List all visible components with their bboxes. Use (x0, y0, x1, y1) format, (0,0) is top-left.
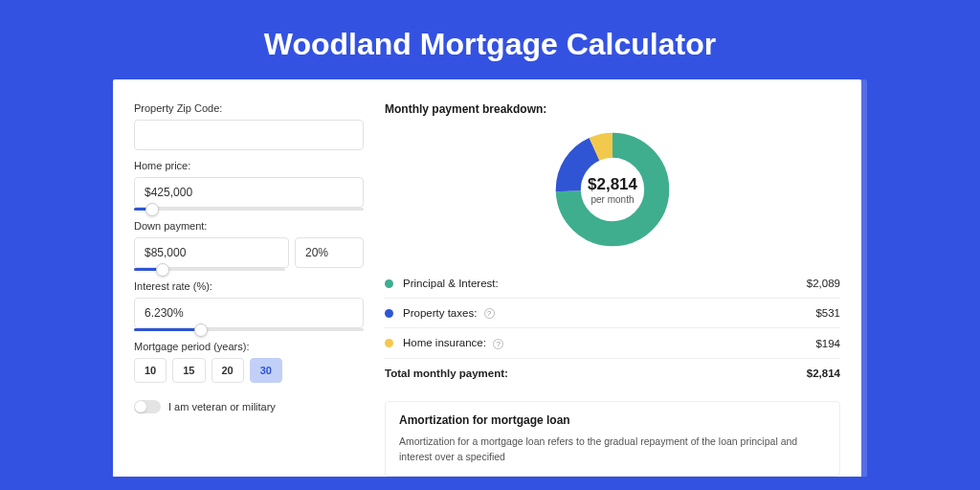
zip-field-group: Property Zip Code: (134, 102, 364, 150)
breakdown-total-label: Total monthly payment: (385, 368, 807, 379)
donut-sub: per month (588, 194, 637, 205)
down-payment-slider-thumb[interactable] (156, 263, 169, 277)
breakdown-row: Property taxes: ?$531 (385, 299, 840, 328)
breakdown-list: Principal & Interest:$2,089Property taxe… (385, 269, 840, 388)
veteran-toggle[interactable] (134, 400, 161, 413)
breakdown-column: Monthly payment breakdown: $2,814 per mo… (385, 102, 840, 477)
home-price-group: Home price: (134, 160, 364, 211)
help-icon[interactable]: ? (484, 308, 495, 319)
down-payment-group: Down payment: (134, 220, 364, 271)
interest-rate-slider-thumb[interactable] (194, 323, 208, 337)
interest-rate-input[interactable] (134, 298, 364, 328)
period-option-10[interactable]: 10 (134, 358, 167, 383)
breakdown-label: Property taxes: ? (403, 307, 815, 319)
down-payment-amount-input[interactable] (134, 237, 289, 268)
amortization-card: Amortization for mortgage loan Amortizat… (385, 401, 840, 478)
donut-amount: $2,814 (588, 175, 637, 194)
period-group: Mortgage period (years): 10152030 (134, 341, 364, 383)
donut-wrap: $2,814 per month (385, 125, 840, 261)
interest-rate-label: Interest rate (%): (134, 280, 364, 292)
period-option-20[interactable]: 20 (212, 358, 244, 383)
legend-dot (385, 279, 393, 288)
zip-input[interactable] (134, 120, 364, 150)
payment-donut-chart: $2,814 per month (554, 131, 671, 248)
down-payment-label: Down payment: (134, 220, 364, 232)
legend-dot (385, 339, 393, 347)
down-payment-slider[interactable] (134, 268, 285, 271)
help-icon[interactable]: ? (493, 339, 503, 349)
home-price-input[interactable] (134, 177, 364, 208)
period-label: Mortgage period (years): (134, 341, 364, 352)
donut-center: $2,814 per month (588, 175, 637, 205)
breakdown-row: Principal & Interest:$2,089 (385, 269, 840, 299)
calculator-card: Property Zip Code: Home price: Down paym… (113, 79, 861, 477)
down-payment-percent-input[interactable] (295, 237, 364, 268)
home-price-slider-thumb[interactable] (145, 203, 159, 216)
veteran-row: I am veteran or military (134, 400, 364, 413)
legend-dot (385, 309, 393, 318)
interest-rate-group: Interest rate (%): (134, 280, 364, 331)
period-option-30[interactable]: 30 (250, 358, 282, 383)
breakdown-value: $2,089 (807, 278, 840, 289)
breakdown-total-value: $2,814 (807, 368, 840, 379)
amortization-title: Amortization for mortgage loan (399, 413, 826, 427)
breakdown-total-row: Total monthly payment:$2,814 (385, 359, 840, 388)
interest-rate-slider[interactable] (134, 328, 364, 331)
home-price-label: Home price: (134, 160, 364, 171)
calculator-outer: Property Zip Code: Home price: Down paym… (113, 79, 867, 477)
breakdown-title: Monthly payment breakdown: (385, 102, 840, 116)
page-title: Woodland Mortgage Calculator (0, 0, 980, 79)
breakdown-label: Principal & Interest: (403, 278, 807, 289)
home-price-slider[interactable] (134, 208, 364, 211)
interest-rate-slider-fill (134, 328, 201, 331)
veteran-toggle-knob (135, 401, 146, 412)
period-options: 10152030 (134, 358, 364, 383)
amortization-body: Amortization for a mortgage loan refers … (399, 434, 826, 465)
input-column: Property Zip Code: Home price: Down paym… (134, 102, 364, 477)
breakdown-value: $531 (815, 307, 840, 319)
veteran-label: I am veteran or military (168, 401, 276, 412)
zip-label: Property Zip Code: (134, 102, 364, 114)
breakdown-row: Home insurance: ?$194 (385, 328, 840, 358)
breakdown-value: $194 (815, 338, 840, 349)
period-option-15[interactable]: 15 (172, 358, 205, 383)
breakdown-label: Home insurance: ? (403, 337, 815, 348)
